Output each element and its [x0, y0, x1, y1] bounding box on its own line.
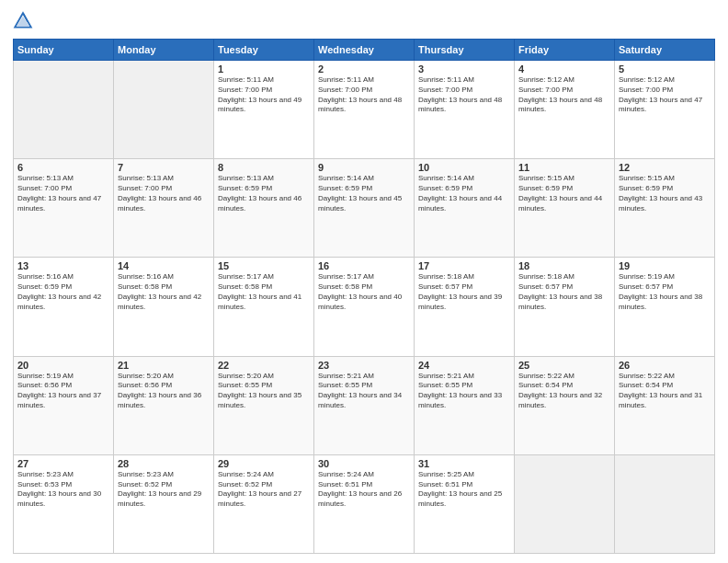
day-number: 10: [418, 162, 510, 173]
weekday-header-friday: Friday: [515, 40, 615, 61]
calendar-cell: 21Sunrise: 5:20 AM Sunset: 6:56 PM Dayli…: [114, 356, 214, 454]
day-info: Sunrise: 5:11 AM Sunset: 7:00 PM Dayligh…: [318, 75, 410, 115]
day-info: Sunrise: 5:17 AM Sunset: 6:58 PM Dayligh…: [218, 272, 310, 312]
day-info: Sunrise: 5:21 AM Sunset: 6:55 PM Dayligh…: [318, 372, 410, 411]
day-number: 20: [17, 360, 109, 371]
day-info: Sunrise: 5:11 AM Sunset: 7:00 PM Dayligh…: [218, 75, 310, 115]
calendar-cell: 3Sunrise: 5:11 AM Sunset: 7:00 PM Daylig…: [415, 61, 515, 159]
day-number: 6: [17, 162, 109, 173]
day-info: Sunrise: 5:20 AM Sunset: 6:56 PM Dayligh…: [118, 372, 210, 411]
day-info: Sunrise: 5:22 AM Sunset: 6:54 PM Dayligh…: [518, 372, 610, 411]
day-number: 3: [418, 63, 510, 75]
calendar-cell: 17Sunrise: 5:18 AM Sunset: 6:57 PM Dayli…: [415, 258, 515, 356]
weekday-header-wednesday: Wednesday: [314, 40, 415, 61]
day-number: 24: [418, 360, 510, 371]
calendar-cell: 4Sunrise: 5:12 AM Sunset: 7:00 PM Daylig…: [515, 61, 615, 159]
calendar-cell: 6Sunrise: 5:13 AM Sunset: 7:00 PM Daylig…: [14, 159, 114, 258]
calendar-table: SundayMondayTuesdayWednesdayThursdayFrid…: [13, 39, 715, 554]
day-number: 2: [318, 63, 410, 75]
calendar-cell: 23Sunrise: 5:21 AM Sunset: 6:55 PM Dayli…: [314, 356, 415, 454]
calendar-cell: 10Sunrise: 5:14 AM Sunset: 6:59 PM Dayli…: [415, 159, 515, 258]
day-number: 4: [518, 63, 610, 75]
calendar-cell: 18Sunrise: 5:18 AM Sunset: 6:57 PM Dayli…: [515, 258, 615, 356]
calendar-cell: 13Sunrise: 5:16 AM Sunset: 6:59 PM Dayli…: [14, 258, 114, 356]
day-number: 29: [218, 458, 310, 469]
calendar-cell: 28Sunrise: 5:23 AM Sunset: 6:52 PM Dayli…: [114, 454, 214, 553]
calendar-cell: 25Sunrise: 5:22 AM Sunset: 6:54 PM Dayli…: [515, 356, 615, 454]
day-number: 9: [318, 162, 410, 173]
day-number: 18: [518, 260, 610, 271]
day-info: Sunrise: 5:21 AM Sunset: 6:55 PM Dayligh…: [418, 372, 510, 411]
weekday-header-monday: Monday: [114, 40, 214, 61]
calendar-cell: 15Sunrise: 5:17 AM Sunset: 6:58 PM Dayli…: [214, 258, 314, 356]
day-info: Sunrise: 5:13 AM Sunset: 6:59 PM Dayligh…: [218, 174, 310, 213]
day-info: Sunrise: 5:23 AM Sunset: 6:53 PM Dayligh…: [17, 470, 109, 510]
calendar-cell: 31Sunrise: 5:25 AM Sunset: 6:51 PM Dayli…: [415, 454, 515, 553]
calendar-cell: 19Sunrise: 5:19 AM Sunset: 6:57 PM Dayli…: [615, 258, 715, 356]
calendar-cell: 26Sunrise: 5:22 AM Sunset: 6:54 PM Dayli…: [615, 356, 715, 454]
day-info: Sunrise: 5:19 AM Sunset: 6:57 PM Dayligh…: [619, 272, 711, 312]
calendar-week-4: 20Sunrise: 5:19 AM Sunset: 6:56 PM Dayli…: [14, 356, 715, 454]
weekday-header-tuesday: Tuesday: [214, 40, 314, 61]
calendar-cell: 16Sunrise: 5:17 AM Sunset: 6:58 PM Dayli…: [314, 258, 415, 356]
calendar-cell: 22Sunrise: 5:20 AM Sunset: 6:55 PM Dayli…: [214, 356, 314, 454]
day-info: Sunrise: 5:14 AM Sunset: 6:59 PM Dayligh…: [318, 174, 410, 213]
calendar-cell: 8Sunrise: 5:13 AM Sunset: 6:59 PM Daylig…: [214, 159, 314, 258]
day-info: Sunrise: 5:24 AM Sunset: 6:51 PM Dayligh…: [318, 470, 410, 510]
weekday-header-sunday: Sunday: [14, 40, 114, 61]
calendar-cell: 14Sunrise: 5:16 AM Sunset: 6:58 PM Dayli…: [114, 258, 214, 356]
day-number: 25: [518, 360, 610, 371]
logo: [13, 11, 37, 31]
day-number: 15: [218, 260, 310, 271]
day-info: Sunrise: 5:13 AM Sunset: 7:00 PM Dayligh…: [118, 174, 210, 213]
day-number: 31: [418, 458, 510, 469]
weekday-header-row: SundayMondayTuesdayWednesdayThursdayFrid…: [14, 40, 715, 61]
calendar-cell: 29Sunrise: 5:24 AM Sunset: 6:52 PM Dayli…: [214, 454, 314, 553]
calendar-cell: 11Sunrise: 5:15 AM Sunset: 6:59 PM Dayli…: [515, 159, 615, 258]
day-number: 22: [218, 360, 310, 371]
calendar-cell: 20Sunrise: 5:19 AM Sunset: 6:56 PM Dayli…: [14, 356, 114, 454]
day-info: Sunrise: 5:20 AM Sunset: 6:55 PM Dayligh…: [218, 372, 310, 411]
day-number: 7: [118, 162, 210, 173]
day-number: 8: [218, 162, 310, 173]
day-number: 27: [17, 458, 109, 469]
day-number: 28: [118, 458, 210, 469]
day-number: 12: [619, 162, 711, 173]
calendar-cell: [615, 454, 715, 553]
day-number: 16: [318, 260, 410, 271]
day-info: Sunrise: 5:12 AM Sunset: 7:00 PM Dayligh…: [518, 75, 610, 115]
day-info: Sunrise: 5:13 AM Sunset: 7:00 PM Dayligh…: [17, 174, 109, 213]
calendar-week-5: 27Sunrise: 5:23 AM Sunset: 6:53 PM Dayli…: [14, 454, 715, 553]
calendar-cell: 27Sunrise: 5:23 AM Sunset: 6:53 PM Dayli…: [14, 454, 114, 553]
day-info: Sunrise: 5:22 AM Sunset: 6:54 PM Dayligh…: [619, 372, 711, 411]
day-info: Sunrise: 5:25 AM Sunset: 6:51 PM Dayligh…: [418, 470, 510, 510]
calendar-cell: [515, 454, 615, 553]
day-info: Sunrise: 5:16 AM Sunset: 6:58 PM Dayligh…: [118, 272, 210, 312]
calendar-cell: [114, 61, 214, 159]
day-number: 21: [118, 360, 210, 371]
calendar-week-1: 1Sunrise: 5:11 AM Sunset: 7:00 PM Daylig…: [14, 61, 715, 159]
day-number: 1: [218, 63, 310, 75]
day-number: 13: [17, 260, 109, 271]
calendar-week-2: 6Sunrise: 5:13 AM Sunset: 7:00 PM Daylig…: [14, 159, 715, 258]
weekday-header-saturday: Saturday: [615, 40, 715, 61]
calendar-cell: 24Sunrise: 5:21 AM Sunset: 6:55 PM Dayli…: [415, 356, 515, 454]
day-info: Sunrise: 5:17 AM Sunset: 6:58 PM Dayligh…: [318, 272, 410, 312]
day-number: 14: [118, 260, 210, 271]
header: [13, 11, 715, 31]
day-info: Sunrise: 5:12 AM Sunset: 7:00 PM Dayligh…: [619, 75, 711, 115]
day-info: Sunrise: 5:14 AM Sunset: 6:59 PM Dayligh…: [418, 174, 510, 213]
calendar-cell: 5Sunrise: 5:12 AM Sunset: 7:00 PM Daylig…: [615, 61, 715, 159]
day-number: 19: [619, 260, 711, 271]
day-info: Sunrise: 5:16 AM Sunset: 6:59 PM Dayligh…: [17, 272, 109, 312]
day-info: Sunrise: 5:18 AM Sunset: 6:57 PM Dayligh…: [518, 272, 610, 312]
page: SundayMondayTuesdayWednesdayThursdayFrid…: [0, 0, 728, 563]
day-number: 26: [619, 360, 711, 371]
day-info: Sunrise: 5:18 AM Sunset: 6:57 PM Dayligh…: [418, 272, 510, 312]
day-number: 23: [318, 360, 410, 371]
calendar-cell: 2Sunrise: 5:11 AM Sunset: 7:00 PM Daylig…: [314, 61, 415, 159]
day-info: Sunrise: 5:19 AM Sunset: 6:56 PM Dayligh…: [17, 372, 109, 411]
day-info: Sunrise: 5:11 AM Sunset: 7:00 PM Dayligh…: [418, 75, 510, 115]
weekday-header-thursday: Thursday: [415, 40, 515, 61]
calendar-cell: 7Sunrise: 5:13 AM Sunset: 7:00 PM Daylig…: [114, 159, 214, 258]
